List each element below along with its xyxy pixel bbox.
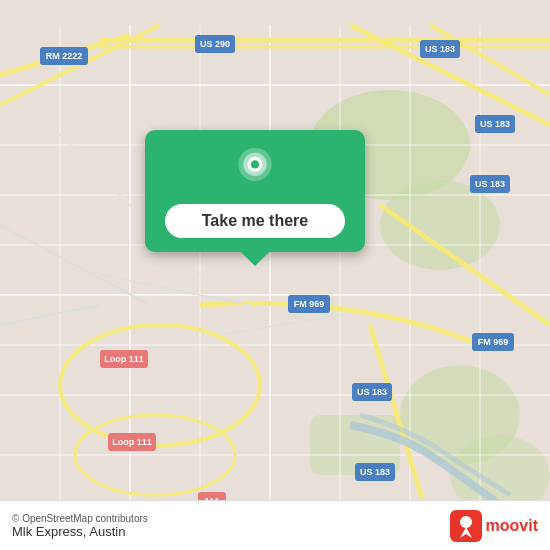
svg-text:Loop 111: Loop 111 [112,437,152,447]
map-container: US 290 US 183 US 183 US 183 RM 2222 FM 9… [0,0,550,550]
bottom-bar: © OpenStreetMap contributors Mlk Express… [0,500,550,550]
pin-icon [230,146,280,196]
svg-text:FM 969: FM 969 [478,337,509,347]
attribution-text: © OpenStreetMap contributors [12,513,148,524]
svg-text:RM 2222: RM 2222 [46,51,83,61]
moovit-label: moovit [486,517,538,535]
svg-text:US 183: US 183 [425,44,455,54]
svg-text:US 183: US 183 [360,467,390,477]
take-me-there-button[interactable]: Take me there [165,204,345,238]
svg-text:Loop 111: Loop 111 [104,354,144,364]
popup-card: Take me there [145,130,365,252]
moovit-logo[interactable]: moovit [450,510,538,542]
svg-text:US 290: US 290 [200,39,230,49]
svg-text:US 183: US 183 [475,179,505,189]
location-text: Mlk Express, Austin [12,524,148,539]
svg-point-2 [380,180,500,270]
svg-text:US 183: US 183 [480,119,510,129]
moovit-brand-icon [450,510,482,542]
svg-point-65 [460,516,472,528]
svg-text:FM 969: FM 969 [294,299,325,309]
bottom-left: © OpenStreetMap contributors Mlk Express… [12,513,148,539]
svg-text:US 183: US 183 [357,387,387,397]
svg-point-63 [251,160,259,168]
